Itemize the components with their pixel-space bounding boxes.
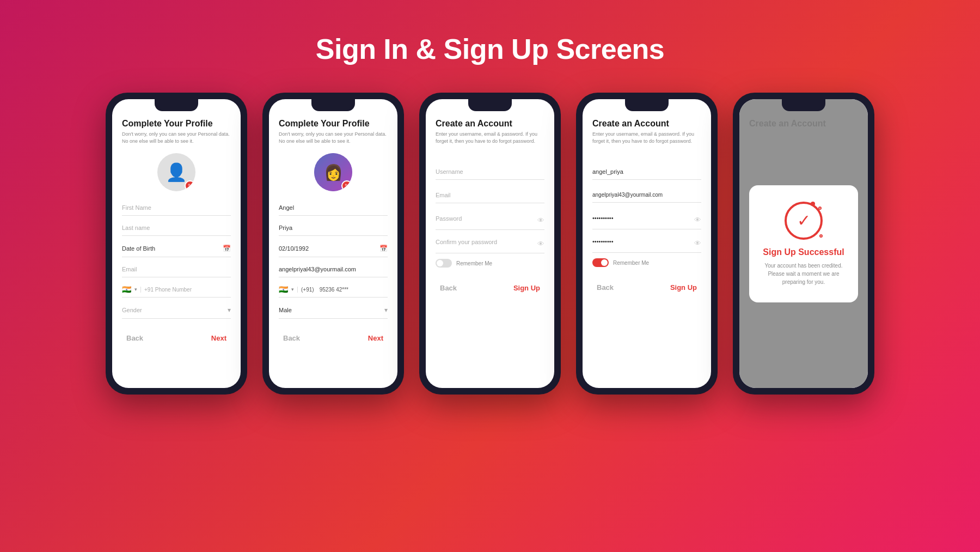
eye-icon-4[interactable]: 👁	[694, 239, 701, 247]
confirm-password-row-4[interactable]: 👁	[592, 234, 701, 253]
phone-2-title: Complete Your Profile	[279, 119, 388, 129]
remember-label: Remember Me	[456, 260, 492, 266]
email-input-2[interactable]	[279, 262, 388, 277]
dob-row-2[interactable]: 02/10/1992 📅	[279, 240, 388, 257]
eye-icon-1[interactable]: 👁	[537, 216, 544, 225]
person-icon: 👤	[166, 162, 187, 183]
username-input[interactable]	[436, 164, 544, 180]
phone-1-screen: Complete Your Profile Don't worry, only …	[112, 99, 241, 388]
last-name-input-2[interactable]	[279, 220, 388, 236]
dot-2	[818, 207, 822, 210]
phone-prefix-2: (+91)	[297, 287, 314, 293]
back-button-2[interactable]: Back	[279, 332, 304, 344]
gender-row[interactable]: Gender ▾	[122, 302, 231, 319]
gender-label: Gender	[122, 307, 142, 313]
password-input-row-4[interactable]: 👁	[592, 210, 701, 229]
chevron-icon: ▾	[134, 287, 137, 292]
signup-button-4[interactable]: Sign Up	[666, 281, 701, 294]
dob-value: 02/10/1992	[279, 245, 309, 252]
phone-5-screen: Create an Account ✓ Sign Up Successful Y…	[739, 99, 868, 388]
success-overlay: ✓ Sign Up Successful Your account has be…	[739, 99, 868, 388]
phone-prefix-label: +91 Phone Number	[140, 287, 192, 293]
phone-4-btn-row: Back Sign Up	[592, 272, 701, 298]
next-button-2[interactable]: Next	[364, 332, 388, 344]
phone-2-avatar[interactable]: 👩 ✎	[314, 153, 352, 191]
phone-2-avatar-area: 👩 ✎	[279, 153, 388, 191]
phone-2: Complete Your Profile Don't worry, only …	[262, 93, 404, 395]
calendar-icon-2: 📅	[379, 245, 388, 252]
chevron-icon-2: ▾	[291, 287, 294, 292]
success-card: ✓ Sign Up Successful Your account has be…	[749, 185, 858, 302]
phone-1-avatar[interactable]: 👤 ✎	[157, 153, 195, 191]
confirm-password-input-4[interactable]	[592, 234, 694, 249]
email-input[interactable]	[122, 262, 231, 277]
phone-input-row-2[interactable]: 🇮🇳 ▾ (+91) 95236 42***	[279, 282, 388, 298]
first-name-input-2[interactable]	[279, 200, 388, 216]
calendar-icon: 📅	[223, 245, 231, 252]
toggle-knob-4	[601, 259, 608, 266]
flag-icon-2: 🇮🇳	[279, 285, 288, 294]
phone-2-screen: Complete Your Profile Don't worry, only …	[269, 99, 397, 388]
first-name-input[interactable]	[122, 200, 231, 216]
phone-2-notch	[311, 99, 355, 111]
back-button-4[interactable]: Back	[592, 281, 618, 294]
dob-placeholder: Date of Birth	[122, 245, 155, 252]
remember-me-row-4: Remember Me	[592, 258, 701, 267]
signup-button-3[interactable]: Sign Up	[509, 282, 544, 294]
eye-icon-2[interactable]: 👁	[537, 240, 544, 248]
remember-label-4: Remember Me	[613, 260, 649, 266]
page-title: Sign In & Sign Up Screens	[316, 33, 665, 65]
phone-3-subtitle: Enter your username, email & password. I…	[436, 131, 544, 144]
remember-toggle[interactable]	[436, 259, 452, 268]
eye-icon-3[interactable]: 👁	[694, 216, 701, 224]
gender-row-2[interactable]: Male ▾	[279, 302, 388, 319]
flag-icon: 🇮🇳	[122, 285, 131, 294]
password-input[interactable]	[436, 211, 537, 226]
phones-row: Complete Your Profile Don't worry, only …	[106, 93, 874, 395]
phone-1-notch	[155, 99, 198, 111]
phone-4: Create an Account Enter your username, e…	[576, 93, 718, 395]
last-name-input[interactable]	[122, 220, 231, 236]
phone-4-screen: Create an Account Enter your username, e…	[583, 99, 711, 388]
password-input-row[interactable]: 👁	[436, 211, 544, 230]
phone-1-subtitle: Don't worry, only you can see your Perso…	[122, 131, 231, 144]
gender-value: Male	[279, 307, 292, 313]
phone-3-btn-row: Back Sign Up	[436, 273, 544, 299]
phone-number-2: 95236 42***	[320, 287, 348, 293]
back-button-1[interactable]: Back	[122, 332, 148, 344]
remember-me-row: Remember Me	[436, 259, 544, 268]
avatar-edit-badge-2[interactable]: ✎	[341, 180, 352, 191]
back-button-3[interactable]: Back	[436, 282, 461, 294]
phone-3-screen: Create an Account Enter your username, e…	[426, 99, 554, 388]
phone-input-row[interactable]: 🇮🇳 ▾ +91 Phone Number	[122, 282, 231, 298]
phone-5: Create an Account ✓ Sign Up Successful Y…	[733, 93, 874, 395]
gender-chevron-icon: ▾	[228, 306, 231, 314]
phone-4-title: Create an Account	[592, 119, 701, 129]
phone-1-btn-row: Back Next	[122, 323, 231, 349]
phone-1: Complete Your Profile Don't worry, only …	[106, 93, 247, 395]
confirm-password-input[interactable]	[436, 234, 537, 250]
phone-1-title: Complete Your Profile	[122, 119, 231, 129]
remember-toggle-4[interactable]	[592, 258, 609, 267]
gender-chevron-icon-2: ▾	[384, 306, 388, 314]
dob-row[interactable]: Date of Birth 📅	[122, 240, 231, 257]
toggle-knob	[437, 260, 443, 266]
username-input-4[interactable]	[592, 164, 701, 180]
email-input-4[interactable]	[592, 187, 701, 203]
phone-3: Create an Account Enter your username, e…	[419, 93, 561, 395]
password-input-4[interactable]	[592, 210, 694, 226]
phone-3-title: Create an Account	[436, 119, 544, 129]
email-input-3[interactable]	[436, 187, 544, 203]
avatar-edit-badge[interactable]: ✎	[185, 180, 195, 191]
success-text: Your account has been credited. Please w…	[760, 262, 847, 286]
phone-2-subtitle: Don't worry, only you can see your Perso…	[279, 131, 388, 144]
phone-3-notch	[468, 99, 512, 111]
confirm-password-row[interactable]: 👁	[436, 234, 544, 253]
check-icon: ✓	[797, 211, 811, 230]
phone-1-avatar-area: 👤 ✎	[122, 153, 231, 191]
success-title: Sign Up Successful	[760, 247, 847, 257]
dot-3	[819, 234, 823, 238]
next-button-1[interactable]: Next	[207, 332, 231, 344]
phone-2-btn-row: Back Next	[279, 323, 388, 349]
phone-4-subtitle: Enter your username, email & password. I…	[592, 131, 701, 144]
